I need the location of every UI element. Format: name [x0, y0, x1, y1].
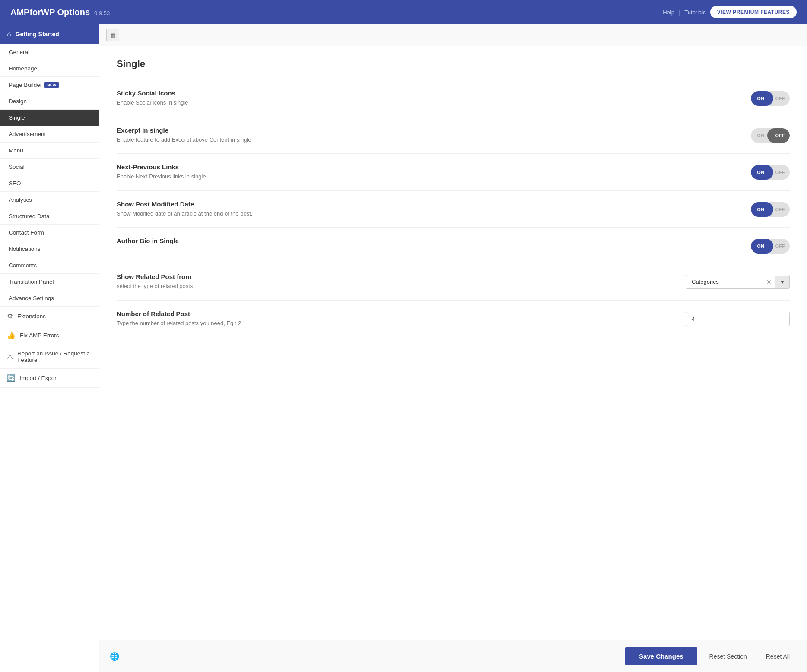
sidebar-item-general[interactable]: General: [0, 44, 99, 60]
setting-control-next-previous-links[interactable]: ON OFF: [751, 165, 790, 180]
setting-control-show-post-modified-date[interactable]: ON OFF: [751, 202, 790, 217]
toggle-author-bio-in-single[interactable]: ON OFF: [751, 239, 790, 254]
setting-label-excerpt-in-single: Excerpt in single: [117, 127, 251, 134]
setting-info-next-previous-links: Next-Previous LinksEnable Next-Previous …: [117, 163, 206, 181]
reset-section-button[interactable]: Reset Section: [702, 648, 754, 665]
setting-info-show-related-post-from: Show Related Post fromselect the type of…: [117, 273, 193, 291]
select-show-related-post-from[interactable]: Categories ✕ ▼: [686, 275, 790, 289]
toggle-show-post-modified-date[interactable]: ON OFF: [751, 202, 790, 217]
sidebar-item-translation-panel[interactable]: Translation Panel: [0, 274, 99, 290]
sidebar-section-item-report-an-issue-/-request-a-feature[interactable]: ⚠ Report an Issue / Request a Feature: [0, 345, 99, 369]
sidebar-link-9[interactable]: Analytics: [0, 192, 99, 208]
section-icon-2: ⚠: [7, 353, 13, 361]
reset-all-button[interactable]: Reset All: [759, 648, 797, 665]
sidebar-link-12[interactable]: Notifications: [0, 241, 99, 257]
setting-row-show-related-post-from: Show Related Post fromselect the type of…: [117, 263, 790, 301]
section-label-2: Report an Issue / Request a Feature: [17, 350, 92, 363]
tutorials-link[interactable]: Tutorials: [684, 9, 705, 16]
content-area: Single Sticky Social IconsEnable Social …: [99, 46, 807, 640]
sidebar-item-page-builder[interactable]: Page BuilderNEW: [0, 77, 99, 93]
toggle-on-label: ON: [751, 165, 770, 180]
toggle-off-label: OFF: [770, 165, 790, 180]
settings-container: Sticky Social IconsEnable Social Icons i…: [117, 80, 790, 337]
sidebar-item-notifications[interactable]: Notifications: [0, 241, 99, 257]
sidebar-link-14[interactable]: Translation Panel: [0, 274, 99, 290]
setting-control-author-bio-in-single[interactable]: ON OFF: [751, 239, 790, 254]
toggle-next-previous-links[interactable]: ON OFF: [751, 165, 790, 180]
select-clear-show-related-post-from[interactable]: ✕: [763, 279, 775, 285]
section-icon-3: 🔄: [7, 374, 16, 382]
sidebar-item-menu[interactable]: Menu: [0, 143, 99, 159]
sidebar-section-item-extensions[interactable]: ⚙ Extensions: [0, 307, 99, 326]
select-arrow-show-related-post-from[interactable]: ▼: [775, 276, 789, 288]
setting-control-number-of-related-post[interactable]: [686, 312, 790, 326]
sidebar-item-social[interactable]: Social: [0, 159, 99, 175]
setting-control-sticky-social-icons[interactable]: ON OFF: [751, 91, 790, 106]
sidebar-link-13[interactable]: Comments: [0, 257, 99, 273]
toggle-off-label: OFF: [770, 202, 790, 217]
home-icon: ⌂: [7, 30, 11, 38]
setting-label-show-related-post-from: Show Related Post from: [117, 273, 193, 280]
setting-desc-next-previous-links: Enable Next-Previous links in single: [117, 172, 206, 181]
setting-control-excerpt-in-single[interactable]: ON OFF: [751, 128, 790, 143]
sidebar-getting-started[interactable]: ⌂ Getting Started: [0, 24, 99, 44]
toggle-off-label: OFF: [770, 239, 790, 254]
sidebar-item-single[interactable]: Single: [0, 110, 99, 126]
sidebar-link-10[interactable]: Structured Data: [0, 208, 99, 224]
sidebar-item-seo[interactable]: SEO: [0, 175, 99, 192]
sidebar-link-6[interactable]: Menu: [0, 143, 99, 158]
sidebar-link-8[interactable]: SEO: [0, 175, 99, 191]
premium-button[interactable]: VIEW PREMIUM FEATURES: [710, 6, 797, 18]
page-title: Single: [117, 58, 790, 70]
setting-desc-show-related-post-from: select the type of related posts: [117, 282, 193, 291]
sidebar-item-advertisement[interactable]: Advertisement: [0, 126, 99, 143]
sidebar-link-7[interactable]: Social: [0, 159, 99, 175]
header: AMPforWP Options 0.9.53 Help | Tutorials…: [0, 0, 807, 24]
toggle-on-label: ON: [751, 239, 770, 254]
sidebar-link-3[interactable]: Design: [0, 93, 99, 109]
toggle-on-label: ON: [751, 91, 770, 106]
setting-row-next-previous-links: Next-Previous LinksEnable Next-Previous …: [117, 154, 790, 191]
setting-desc-sticky-social-icons: Enable Social Icons in single: [117, 98, 188, 107]
sidebar-section-item-fix-amp-errors[interactable]: 👍 Fix AMP Errors: [0, 326, 99, 345]
toggle-off-label: OFF: [770, 91, 790, 106]
setting-desc-number-of-related-post: Type the number of related posts you nee…: [117, 319, 241, 328]
sidebar-link-11[interactable]: Contact Form: [0, 225, 99, 241]
app-version: 0.9.53: [94, 10, 110, 16]
sidebar-item-structured-data[interactable]: Structured Data: [0, 208, 99, 225]
select-value-show-related-post-from: Categories: [686, 275, 763, 288]
setting-row-sticky-social-icons: Sticky Social IconsEnable Social Icons i…: [117, 80, 790, 117]
sidebar-link-0[interactable]: General: [0, 44, 99, 60]
setting-row-author-bio-in-single: Author Bio in Single ON OFF: [117, 228, 790, 263]
help-link[interactable]: Help: [663, 9, 674, 16]
toggle-on-label: ON: [751, 202, 770, 217]
sidebar-section: ⚙ Extensions👍 Fix AMP Errors⚠ Report an …: [0, 307, 99, 388]
sidebar-item-analytics[interactable]: Analytics: [0, 192, 99, 208]
setting-label-next-previous-links: Next-Previous Links: [117, 163, 206, 171]
sidebar-item-homepage[interactable]: Homepage: [0, 60, 99, 77]
sidebar-item-contact-form[interactable]: Contact Form: [0, 225, 99, 241]
sidebar-link-2[interactable]: Page BuilderNEW: [0, 77, 99, 93]
sidebar-link-15[interactable]: Advance Settings: [0, 290, 99, 306]
toggle-sticky-social-icons[interactable]: ON OFF: [751, 91, 790, 106]
sidebar-section-item-import-/-export[interactable]: 🔄 Import / Export: [0, 369, 99, 388]
layout: ⌂ Getting Started GeneralHomepagePage Bu…: [0, 24, 807, 672]
save-changes-button[interactable]: Save Changes: [625, 647, 697, 665]
section-label-1: Fix AMP Errors: [20, 332, 59, 339]
toolbar-grid-icon[interactable]: ▦: [106, 29, 119, 41]
setting-label-author-bio-in-single: Author Bio in Single: [117, 237, 179, 244]
sidebar-link-1[interactable]: Homepage: [0, 60, 99, 76]
sidebar-item-design[interactable]: Design: [0, 93, 99, 110]
setting-control-show-related-post-from[interactable]: Categories ✕ ▼: [686, 275, 790, 289]
sidebar: ⌂ Getting Started GeneralHomepagePage Bu…: [0, 24, 99, 672]
sidebar-link-5[interactable]: Advertisement: [0, 126, 99, 142]
sidebar-item-comments[interactable]: Comments: [0, 257, 99, 274]
sidebar-item-advance-settings[interactable]: Advance Settings: [0, 290, 99, 307]
toggle-excerpt-in-single[interactable]: ON OFF: [751, 128, 790, 143]
number-input-number-of-related-post[interactable]: [686, 312, 790, 326]
setting-desc-excerpt-in-single: Enable feature to add Excerpt above Cont…: [117, 136, 251, 144]
sidebar-link-4[interactable]: Single: [0, 110, 99, 126]
setting-desc-show-post-modified-date: Show Modified date of an article at the …: [117, 209, 252, 218]
setting-info-excerpt-in-single: Excerpt in singleEnable feature to add E…: [117, 127, 251, 144]
setting-row-excerpt-in-single: Excerpt in singleEnable feature to add E…: [117, 117, 790, 154]
